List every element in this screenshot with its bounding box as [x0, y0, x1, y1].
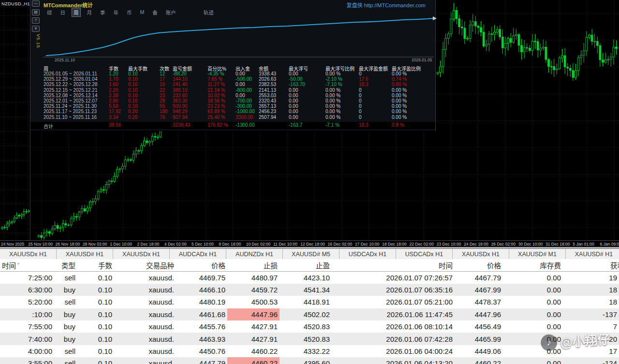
stats-value: -500.00 [236, 76, 252, 82]
left-chart-title: NZDUSD.,H1 [1, 1, 30, 6]
cell-close_time: 2026.01.07 05:21:00 [332, 296, 455, 308]
chart-tab-AUDCADx-H1[interactable]: AUDCADx H1 [170, 249, 226, 259]
cell-close_price: 4478.37 [455, 296, 503, 308]
stats-value: 948.29 [173, 109, 188, 114]
chart-tab-XAUUSD-M5[interactable]: XAUUSD# M5 [283, 249, 339, 259]
stats-value: 0.00 [236, 71, 245, 76]
cell-sl: 4480.97 [227, 272, 280, 284]
stats-value: 0.00 % [325, 87, 340, 93]
left-chart-canvas [0, 0, 30, 240]
cell-close_price: 4449.06 [455, 345, 503, 357]
orders-header-tp[interactable]: 止盈 [280, 259, 332, 271]
table-row[interactable]: 7:55:00buy0.10xauusd.4455.764427.914520.… [0, 320, 619, 333]
stats-value: 0 [359, 103, 362, 109]
table-row[interactable]: 5:20:00sell0.10xauusd.4480.194500.534418… [0, 296, 619, 308]
cell-tp: 4418.91 [280, 296, 332, 308]
orders-header-close_time[interactable]: 时间 [332, 259, 455, 271]
total-value: 38.56 [109, 122, 121, 128]
stats-period: 2025.12.29 ~ 2026.01.04 [44, 76, 98, 82]
stats-value: 23 [160, 93, 165, 98]
stats-value: 0.00 [236, 82, 245, 87]
stats-value: 16 [160, 82, 165, 87]
stats-value: 0.00 % [392, 115, 407, 120]
orders-header-close_price[interactable]: 价格 [455, 259, 503, 271]
stats-value: 0.20 [128, 109, 137, 114]
axis-tick-label: 6 Jan 09:00 [600, 242, 619, 247]
cell-close_time: 2026.01.06 11:47:45 [332, 308, 455, 320]
table-row[interactable]: 3:55:00sell0.10xauusd.4447.794460.224395… [0, 357, 619, 364]
cell-type: sell [54, 296, 77, 308]
stats-period: 2025.12.15 ~ 2025.12.21 [44, 87, 98, 93]
orders-history-table: 时间▿类型手数交易品种价格止损止盈时间价格库存费获利7:25:00sell0.1… [0, 259, 619, 364]
cell-lots: 0.10 [77, 357, 114, 364]
chart-tab-XAUUSD-H1[interactable]: XAUUSD# H1 [57, 249, 113, 259]
stats-value: 2000.00 [236, 115, 253, 120]
chart-tab-XAUUSDx-H1[interactable]: XAUUSDx H1 [113, 249, 170, 259]
axis-tick-label: 25 Nov 10:00 [28, 242, 53, 247]
cell-storage: 0.00 [503, 357, 563, 364]
orders-header-storage[interactable]: 库存费 [503, 259, 563, 271]
orders-header-type[interactable]: 类型 [54, 259, 77, 271]
cell-open_time: :10:00 [0, 308, 54, 320]
cell-tp: 4541.34 [280, 284, 332, 296]
axis-tick-label: 16 Dec 02:00 [328, 242, 353, 247]
cell-lots: 0.10 [77, 320, 114, 333]
cell-profit: 20 [563, 333, 619, 345]
cell-type: sell [54, 345, 77, 357]
help-button[interactable]: ? [32, 17, 40, 24]
stats-value: 0.00 [289, 98, 298, 103]
left-chart-window[interactable]: NZDUSD.,H1 [0, 0, 30, 240]
cell-profit: 17 [563, 345, 619, 357]
axis-tick-label: 12 Dec 18:00 [300, 242, 325, 247]
chart-tab-XAUUSD-M1[interactable]: XAUUSD# M1 [509, 249, 566, 259]
stats-value: 5.50 [109, 103, 118, 109]
orders-header-lots[interactable]: 手数 [77, 259, 114, 271]
chart-tab-USDCADx-H1[interactable]: USDCADx H1 [396, 249, 453, 259]
stats-period: 2025.12.22 ~ 2025.12.28 [44, 82, 98, 87]
cell-profit: 18 [563, 296, 619, 308]
stats-value: 18.3 [359, 82, 368, 87]
table-row[interactable]: 7:25:00sell0.10xauusd.4469.754480.974423… [0, 272, 619, 284]
axis-tick-label: 2 Dec 18:00 [137, 242, 160, 247]
stats-value: 0 [359, 71, 362, 76]
chart-tab-USDCADx-H1[interactable]: USDCADx H1 [339, 249, 396, 259]
table-row[interactable]: 6:30:00buy0.10xauusd.4466.104459.724541.… [0, 284, 619, 296]
stats-value: 55 [160, 103, 165, 109]
orders-header-symbol[interactable]: 交易品种 [114, 259, 176, 271]
cell-storage: 0.00 [503, 284, 563, 296]
stats-value: 0.00 % [392, 71, 407, 76]
cell-type: buy [54, 333, 77, 345]
orders-header-price[interactable]: 价格 [176, 259, 227, 271]
axis-tick-label: 4 Dec 02:00 [164, 242, 187, 247]
chart-tab-XAUUSDx-H1[interactable]: XAUUSDx H1 [453, 249, 509, 259]
total-value: 3238.43 [173, 122, 190, 128]
orders-header-sl[interactable]: 止损 [227, 259, 280, 271]
stats-value: 11.27 % [207, 82, 225, 87]
table-row[interactable]: :10:00buy0.10xauusd.4461.684447.964502.0… [0, 308, 619, 320]
cell-open_time: 7:55:00 [0, 320, 54, 333]
chart-tab-XAUUSDx-H1[interactable]: XAUUSDx H1 [0, 249, 57, 259]
cell-profit: 19 [563, 272, 619, 284]
stats-value: 2.20 [109, 87, 118, 93]
cell-lots: 0.10 [77, 333, 114, 345]
orders-header-open_time[interactable]: 时间▿ [0, 259, 54, 271]
minimize-button[interactable]: — [32, 0, 40, 7]
orders-header-profit[interactable]: 获利 [563, 259, 619, 271]
table-row[interactable]: 4:00:00sell0.10xauusd.4450.764460.224332… [0, 345, 619, 357]
stats-value: 2141.13 [259, 87, 276, 93]
chart-tab-XAUUSD-H1[interactable]: XAUUSD# H1 [566, 249, 619, 259]
axis-tick-label: 24 Dec 18:00 [464, 242, 488, 247]
cell-tp: 4332.22 [280, 345, 332, 357]
stats-value: 76 [160, 115, 165, 120]
cell-price: 4466.10 [176, 284, 227, 296]
chart-tab-AUDNZDx-H1[interactable]: AUDNZDx H1 [226, 249, 283, 259]
cell-price: 4447.79 [176, 357, 227, 364]
stats-value: 28 [160, 98, 165, 103]
stats-value: 2382.53 [259, 82, 276, 87]
collapse-button[interactable]: ∨ [32, 26, 40, 32]
indicator-button[interactable]: ▤ [32, 9, 40, 15]
table-row[interactable]: 7:40:00buy0.10xauusd.4463.934427.914520.… [0, 333, 619, 345]
stats-value: 2507.94 [259, 115, 276, 120]
axis-tick-label: 29 Dec 02:00 [491, 242, 516, 247]
stats-value: 23.23 % [207, 103, 225, 109]
